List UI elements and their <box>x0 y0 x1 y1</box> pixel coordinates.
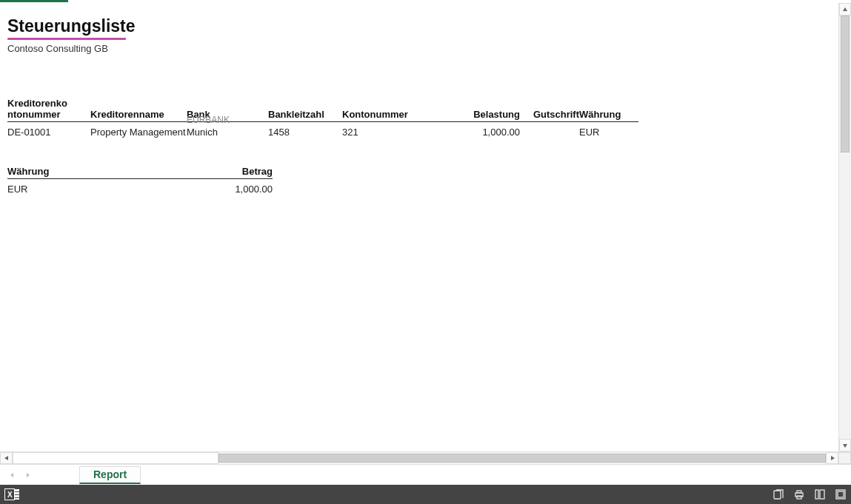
col-gutschrift: Gutschrift <box>520 95 579 122</box>
col-kontonummer: Kontonummer <box>342 95 446 122</box>
fullscreen-icon[interactable] <box>835 488 847 500</box>
company-name: Contoso Consulting GB <box>7 43 831 54</box>
col-waehrung: Währung <box>579 95 638 122</box>
page-layout-icon[interactable] <box>814 488 826 500</box>
refresh-icon[interactable] <box>772 488 784 500</box>
summary-row: EUR 1,000.00 <box>7 179 273 198</box>
excel-icon: X <box>4 488 21 501</box>
col-kreditorenname: Kreditorenname <box>90 95 187 122</box>
print-icon[interactable] <box>793 488 805 500</box>
svg-rect-14 <box>838 491 844 497</box>
svg-rect-12 <box>820 490 824 499</box>
status-bar: X <box>0 485 851 504</box>
scroll-split-box[interactable] <box>13 452 218 464</box>
cell-waehrung: EUR <box>579 122 638 141</box>
report-document: Steuerungsliste Contoso Consulting GB Kr… <box>0 3 838 451</box>
svg-rect-7 <box>774 491 781 499</box>
scroll-up-button[interactable] <box>839 3 851 16</box>
tab-nav-prev[interactable] <box>6 469 18 481</box>
scroll-thumb-horizontal[interactable] <box>218 454 826 463</box>
main-table: Kreditorenkontonummer Kreditorenname Ban… <box>7 95 831 141</box>
col-bankleitzahl: Bankleitzahl <box>268 95 342 122</box>
cell-kreditorenkontonummer: DE-01001 <box>7 122 90 141</box>
svg-rect-11 <box>815 490 818 499</box>
status-right-icons <box>772 488 847 500</box>
cell-bankleitzahl: 1458 <box>268 122 342 141</box>
scroll-right-button[interactable] <box>826 452 838 464</box>
cell-kontonummer: 321 <box>342 122 446 141</box>
svg-rect-3 <box>15 489 19 491</box>
tab-nav-next[interactable] <box>22 469 34 481</box>
svg-rect-4 <box>15 492 19 494</box>
svg-rect-6 <box>15 498 19 500</box>
summary-table: Währung Betrag EUR 1,000.00 <box>7 163 831 198</box>
title-underline <box>7 38 126 40</box>
sum-col-betrag: Betrag <box>222 163 273 179</box>
sum-col-waehrung: Währung <box>7 163 222 179</box>
summary-table-el: Währung Betrag EUR 1,000.00 <box>7 163 273 198</box>
col-kreditorenkontonummer: Kreditorenkontonummer <box>7 95 90 122</box>
col-belastung: Belastung <box>446 95 520 122</box>
page-title: Steuerungsliste <box>7 16 136 36</box>
cell-bank: EURBANK Munich <box>187 122 268 141</box>
scroll-down-button[interactable] <box>839 439 851 451</box>
cell-gutschrift <box>520 122 579 141</box>
bank-ghost-text: EURBANK <box>187 115 230 125</box>
app-window: Steuerungsliste Contoso Consulting GB Kr… <box>0 0 851 504</box>
vertical-scrollbar[interactable] <box>838 3 851 451</box>
content-area: Steuerungsliste Contoso Consulting GB Kr… <box>0 3 851 451</box>
cell-kreditorenname: Property Management <box>90 122 187 141</box>
svg-text:X: X <box>7 491 13 499</box>
sheet-tabs: Report <box>0 464 851 485</box>
sum-cell-betrag: 1,000.00 <box>222 179 273 198</box>
cell-belastung: 1,000.00 <box>446 122 520 141</box>
scroll-track-horizontal[interactable] <box>218 452 826 464</box>
scroll-track-vertical[interactable] <box>839 16 851 439</box>
table-row: DE-01001 Property Management EURBANK Mun… <box>7 122 638 141</box>
scroll-corner <box>838 452 851 464</box>
scroll-thumb-vertical[interactable] <box>841 16 850 152</box>
svg-rect-10 <box>797 496 801 499</box>
scroll-left-button[interactable] <box>0 452 13 464</box>
svg-rect-9 <box>797 491 801 493</box>
top-accent <box>0 0 68 2</box>
horizontal-scrollbar[interactable] <box>0 451 851 464</box>
bank-text: Munich <box>187 127 218 138</box>
sum-cell-waehrung: EUR <box>7 179 222 198</box>
svg-rect-5 <box>15 495 19 497</box>
detail-table: Kreditorenkontonummer Kreditorenname Ban… <box>7 95 638 141</box>
tab-report[interactable]: Report <box>79 466 141 484</box>
